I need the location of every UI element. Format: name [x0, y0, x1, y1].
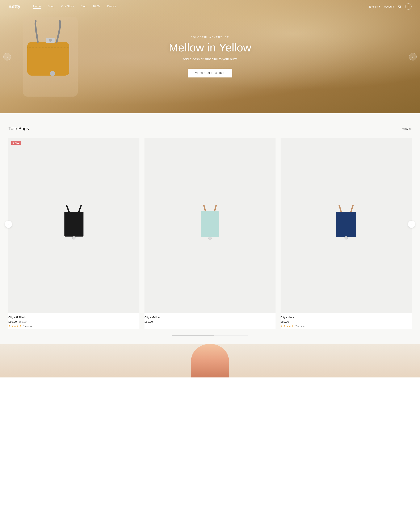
search-icon: [398, 5, 402, 9]
products-grid: SALE City - All Black $69.00 $89.00: [9, 138, 411, 329]
product-image-1: SALE: [9, 138, 140, 313]
svg-line-17: [351, 206, 353, 212]
nav-blog[interactable]: Blog: [80, 5, 86, 9]
chevron-down-icon: ▾: [379, 5, 380, 8]
view-all-link[interactable]: View all: [402, 127, 411, 130]
stars-3: ★ ★ ★ ★ ★ 2 reviews: [280, 324, 411, 328]
svg-line-9: [79, 206, 81, 212]
review-count-1: 1 review: [23, 325, 32, 327]
carousel-progress: [9, 335, 411, 335]
svg-line-12: [204, 206, 206, 212]
review-count-3: 2 reviews: [296, 325, 305, 327]
chevron-right-icon: ›: [412, 55, 413, 59]
cart-button[interactable]: 0: [405, 3, 411, 10]
cart-count: 0: [408, 5, 409, 8]
nav-faqs[interactable]: FAQs: [93, 5, 101, 9]
chevron-right-icon: ›: [411, 223, 412, 226]
svg-rect-10: [64, 212, 84, 236]
svg-point-0: [398, 5, 401, 8]
product-bag-svg-2: [195, 204, 225, 246]
hero-title: Mellow in Yellow: [169, 41, 251, 54]
nav-demos[interactable]: Demos: [107, 5, 117, 9]
nav-shop[interactable]: Shop: [48, 5, 55, 9]
hero-description: Add a dash of sunshine to your outfit: [169, 57, 251, 61]
account-link[interactable]: Account: [384, 5, 394, 8]
language-label: English: [369, 5, 378, 8]
view-collection-button[interactable]: VIEW COLLECTION: [188, 69, 232, 78]
section-header: Tote Bags View all: [9, 126, 411, 131]
sale-badge-1: SALE: [11, 141, 21, 145]
product-image-2: [144, 138, 276, 313]
hero-subtitle: COLORFUL ADVENTURE: [169, 36, 251, 38]
product-bag-svg-3: [329, 204, 363, 246]
hero-content: COLORFUL ADVENTURE Mellow in Yellow Add …: [169, 36, 251, 77]
svg-line-8: [67, 206, 69, 212]
hero-section: COLORFUL ADVENTURE Mellow in Yellow Add …: [0, 0, 420, 113]
stars-1: ★ ★ ★ ★ ★ 1 review: [9, 324, 140, 328]
search-button[interactable]: [398, 5, 402, 9]
products-section: Tote Bags View all ‹ SALE: [0, 113, 420, 344]
product-bag-svg-1: [57, 204, 91, 246]
logo[interactable]: Betty: [9, 4, 21, 9]
svg-point-7: [50, 71, 55, 76]
svg-rect-14: [201, 211, 219, 237]
product-card-2[interactable]: City - Malibu $89.00: [144, 138, 276, 329]
product-price-1: $69.00 $89.00: [9, 320, 140, 323]
chevron-left-icon: ‹: [8, 223, 9, 226]
hero-next-button[interactable]: ›: [409, 53, 417, 61]
svg-line-13: [214, 206, 216, 212]
product-info-1: City - All Black $69.00 $89.00 ★ ★ ★ ★ ★…: [9, 313, 140, 329]
product-price-2: $89.00: [144, 320, 276, 323]
product-card-3[interactable]: City - Navy $89.00 ★ ★ ★ ★ ★ 2 reviews: [280, 138, 411, 329]
svg-line-16: [339, 206, 341, 212]
main-nav: Home Shop Our Story Blog FAQs Demos: [33, 5, 369, 9]
bottom-teaser: [0, 344, 420, 377]
chevron-left-icon: ‹: [7, 55, 8, 59]
product-name-1: City - All Black: [9, 316, 140, 319]
svg-point-15: [209, 237, 212, 240]
progress-fill: [172, 335, 214, 335]
original-price-1: $89.00: [19, 320, 26, 323]
svg-point-19: [345, 236, 348, 240]
product-price-3: $89.00: [280, 320, 411, 323]
product-card-1[interactable]: SALE City - All Black $69.00 $89.00: [9, 138, 140, 329]
svg-point-11: [72, 236, 76, 240]
product-image-3: [280, 138, 411, 313]
svg-point-6: [49, 39, 52, 42]
header-right: English ▾ Account 0: [369, 3, 411, 10]
carousel-prev-button[interactable]: ‹: [5, 221, 12, 228]
product-name-2: City - Malibu: [144, 316, 276, 319]
product-name-3: City - Navy: [280, 316, 411, 319]
progress-track: [172, 335, 248, 335]
svg-rect-18: [336, 212, 356, 237]
section-title: Tote Bags: [9, 126, 29, 131]
svg-line-1: [400, 7, 401, 8]
products-carousel: ‹ SALE City - All Black: [9, 138, 411, 329]
language-selector[interactable]: English ▾: [369, 5, 380, 8]
product-info-3: City - Navy $89.00 ★ ★ ★ ★ ★ 2 reviews: [280, 313, 411, 329]
product-info-2: City - Malibu $89.00: [144, 313, 276, 326]
hero-prev-button[interactable]: ‹: [3, 53, 11, 61]
hero-bag-illustration: [15, 17, 86, 96]
nav-our-story[interactable]: Our Story: [61, 5, 74, 9]
nav-home[interactable]: Home: [33, 5, 41, 9]
carousel-next-button[interactable]: ›: [408, 221, 415, 228]
teaser-figure: [191, 344, 229, 377]
